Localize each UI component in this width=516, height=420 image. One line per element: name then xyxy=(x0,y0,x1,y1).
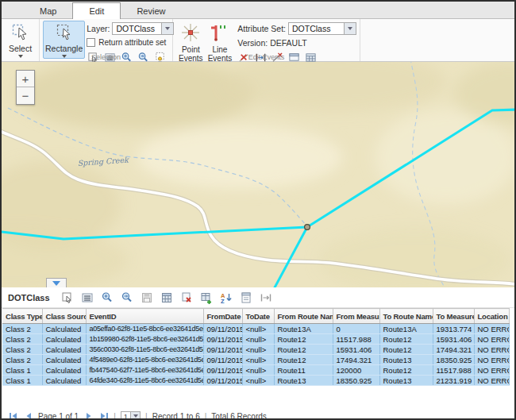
table-cell[interactable]: 09/11/2015 xyxy=(203,355,242,365)
table-cell[interactable]: 09/11/2015 xyxy=(203,376,242,386)
table-cell[interactable]: 18350.925 xyxy=(433,355,474,365)
table-cell[interactable]: <null> xyxy=(242,376,274,386)
panel-collapse-handle[interactable] xyxy=(46,278,67,287)
page-number-caret-icon[interactable] xyxy=(130,412,140,420)
table-cell[interactable]: Route13 xyxy=(274,376,333,386)
table-cell[interactable]: Class 2 xyxy=(2,324,42,334)
table-row[interactable]: Class 1Calculatedfb447540-62f7-11e5-8bc6… xyxy=(2,365,509,376)
column-header[interactable]: To Route Name xyxy=(379,309,433,324)
table-cell[interactable]: Route12 xyxy=(379,334,433,345)
zoom-in-button[interactable]: + xyxy=(17,71,34,87)
table-row[interactable]: Class 2Calculated4f5489e0-62f8-11e5-8bc6… xyxy=(2,355,509,365)
table-row[interactable]: Class 2Calculated1b159980-62f8-11e5-8bc6… xyxy=(2,334,509,345)
attribute-set-dropdown[interactable]: DOTClass xyxy=(288,22,356,35)
attribute-set-caret-icon[interactable] xyxy=(344,23,356,34)
table-cell[interactable]: Route12 xyxy=(274,334,333,345)
table-cell[interactable]: 4f5489e0-62f8-11e5-8bc6-ee32641d5ec9 xyxy=(86,355,203,365)
table-cell[interactable]: Route12 xyxy=(274,345,333,355)
page-number-select[interactable]: 1 xyxy=(121,411,141,420)
column-header[interactable]: To Measure xyxy=(433,309,474,324)
map-canvas[interactable]: Spring Creek + − xyxy=(2,62,514,287)
table-cell[interactable]: 0 xyxy=(333,324,379,334)
zoom-to-selected-record-icon[interactable] xyxy=(101,291,114,304)
save-edits-icon[interactable] xyxy=(141,291,154,304)
return-attribute-set-checkbox[interactable] xyxy=(87,38,95,47)
table-cell[interactable]: Route12 xyxy=(379,345,433,355)
delete-record-icon[interactable] xyxy=(180,291,194,304)
table-cell[interactable]: <null> xyxy=(242,345,274,355)
table-cell[interactable]: Calculated xyxy=(42,345,86,355)
table-cell[interactable]: 09/11/2015 xyxy=(203,324,242,334)
table-cell[interactable]: <null> xyxy=(242,355,274,365)
table-cell[interactable]: NO ERROR xyxy=(474,334,509,345)
table-cell[interactable]: 11517.988 xyxy=(433,365,474,376)
table-cell[interactable]: NO ERROR xyxy=(474,365,509,376)
column-header[interactable]: Class Type xyxy=(2,309,42,324)
pan-to-selected-record-icon[interactable] xyxy=(121,291,134,304)
table-cell[interactable]: 17494.321 xyxy=(433,345,474,355)
table-cell[interactable]: NO ERROR xyxy=(474,355,509,365)
table-cell[interactable]: Class 1 xyxy=(2,365,42,376)
sort-records-icon[interactable]: AZ xyxy=(220,291,233,304)
table-cell[interactable]: Route13A xyxy=(379,324,433,334)
layer-dropdown[interactable]: DOTClass xyxy=(112,22,174,35)
tab-review[interactable]: Review xyxy=(121,3,181,18)
table-cell[interactable]: Calculated xyxy=(42,324,86,334)
table-cell[interactable]: <null> xyxy=(242,334,274,345)
select-tool-button[interactable]: Select xyxy=(5,21,36,60)
tab-map[interactable]: Map xyxy=(24,3,72,18)
next-page-icon[interactable] xyxy=(83,412,94,420)
table-cell[interactable]: 21231.919 xyxy=(433,376,474,386)
table-cell[interactable]: Route12 xyxy=(274,355,333,365)
add-record-icon[interactable] xyxy=(200,291,214,304)
show-selected-records-icon[interactable] xyxy=(81,291,94,304)
table-cell[interactable]: NO ERROR xyxy=(474,345,509,355)
select-records-icon[interactable] xyxy=(61,291,75,304)
table-cell[interactable]: 15931.406 xyxy=(433,334,474,345)
column-header[interactable]: From Route Name xyxy=(274,309,333,324)
last-page-icon[interactable] xyxy=(98,412,109,420)
table-row[interactable]: Class 2Calculateda05effa0-62f8-11e5-8bc6… xyxy=(2,324,509,334)
first-page-icon[interactable] xyxy=(8,412,18,420)
column-header[interactable]: FromDate xyxy=(203,309,242,324)
table-cell[interactable]: <null> xyxy=(242,365,274,376)
table-cell[interactable]: 1b159980-62f8-11e5-8bc6-ee32641d5ec9 xyxy=(86,334,203,345)
column-header[interactable]: From Measure xyxy=(333,309,379,324)
table-row[interactable]: Class 1Calculated64fde340-62f8-11e5-8bc6… xyxy=(2,376,509,386)
table-cell[interactable]: Route13 xyxy=(379,376,433,386)
table-cell[interactable]: Route12 xyxy=(379,365,433,376)
tab-edit[interactable]: Edit xyxy=(72,2,121,19)
column-header[interactable]: Location Error xyxy=(474,309,509,324)
table-cell[interactable]: Calculated xyxy=(42,334,86,345)
route-junction-marker[interactable] xyxy=(305,225,310,230)
table-cell[interactable]: Calculated xyxy=(42,365,86,376)
table-cell[interactable]: 09/11/2015 xyxy=(203,345,242,355)
table-cell[interactable]: 15931.406 xyxy=(333,345,379,355)
table-cell[interactable]: Class 2 xyxy=(2,334,42,345)
form-view-icon[interactable] xyxy=(240,291,253,304)
table-cell[interactable]: a05effa0-62f8-11e5-8bc6-ee32641d5ec9 xyxy=(86,324,203,334)
column-header[interactable]: ToDate xyxy=(242,309,274,324)
table-cell[interactable]: Route13 xyxy=(379,355,433,365)
table-cell[interactable]: 356c0030-62f8-11e5-8bc6-ee32641d5ec9 xyxy=(86,345,203,355)
previous-page-icon[interactable] xyxy=(23,412,33,420)
table-cell[interactable]: 18350.925 xyxy=(333,376,379,386)
table-cell[interactable]: NO ERROR xyxy=(474,324,509,334)
table-cell[interactable]: 09/11/2015 xyxy=(203,365,242,376)
table-cell[interactable]: 120000 xyxy=(333,365,379,376)
table-cell[interactable]: Class 1 xyxy=(2,376,42,386)
select-dropdown-caret-icon[interactable] xyxy=(18,55,23,58)
table-cell[interactable]: <null> xyxy=(242,324,274,334)
table-cell[interactable]: fb447540-62f7-11e5-8bc6-ee32641d5ec9 xyxy=(86,365,203,376)
table-cell[interactable]: Route11 xyxy=(274,365,333,376)
table-cell[interactable]: Class 2 xyxy=(2,355,42,365)
table-cell[interactable]: 09/11/2015 xyxy=(203,334,242,345)
attribute-grid-view-icon[interactable] xyxy=(160,291,174,304)
table-cell[interactable]: NO ERROR xyxy=(474,376,509,386)
column-header[interactable]: Class Source xyxy=(42,309,86,324)
table-cell[interactable]: 19313.774 xyxy=(433,324,474,334)
table-cell[interactable]: Route13A xyxy=(274,324,333,334)
layer-dropdown-caret-icon[interactable] xyxy=(161,23,173,34)
table-cell[interactable]: Class 2 xyxy=(2,345,42,355)
table-row[interactable]: Class 2Calculated356c0030-62f8-11e5-8bc6… xyxy=(2,345,509,355)
